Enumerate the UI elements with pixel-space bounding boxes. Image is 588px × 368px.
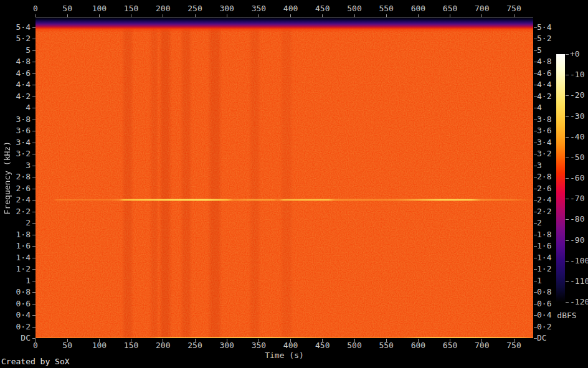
time-tick-label-top: 50: [55, 4, 80, 13]
freq-tick-left: [32, 177, 36, 177]
freq-tick-label-right: 3·6: [537, 126, 566, 135]
db-tick-label: -60: [570, 174, 588, 182]
time-tick-label-top: 0: [23, 4, 48, 13]
freq-tick-left: [32, 73, 36, 74]
time-tick-label-bottom: 0: [23, 341, 48, 350]
freq-tick-label-right: 4·8: [537, 57, 566, 66]
time-tick-label-top: 250: [183, 4, 207, 13]
time-tick-label-top: 450: [310, 4, 335, 13]
db-tick-label: -80: [570, 215, 588, 224]
freq-tick-label-right: 4·6: [537, 69, 566, 78]
time-tick-label-top: 100: [87, 4, 111, 13]
freq-tick-label-left: 4·2: [1, 92, 31, 101]
created-by-sox-label: Created by SoX: [1, 357, 70, 366]
time-tick-top: [290, 14, 291, 17]
freq-tick-label-right: 1·6: [537, 242, 566, 250]
freq-tick-label-right: 1·8: [537, 230, 566, 239]
time-tick-label-bottom: 650: [438, 341, 463, 350]
time-tick-label-bottom: 700: [470, 341, 495, 350]
time-tick-top: [514, 14, 514, 17]
db-tick: [566, 137, 569, 138]
db-tick: [566, 199, 569, 199]
freq-tick-label-left: 2·2: [1, 207, 31, 216]
freq-tick-left: [32, 212, 36, 212]
sox-spectrogram-window: Frequency (kHz) Time (s) dBFS Created by…: [0, 0, 588, 368]
freq-tick-left: [32, 189, 36, 189]
time-tick-top: [322, 14, 323, 17]
db-tick-label: -30: [570, 112, 588, 121]
db-tick: [566, 116, 569, 117]
freq-tick-left: [32, 50, 36, 51]
freq-tick-label-left: 4: [1, 103, 31, 112]
db-tick: [566, 75, 569, 75]
db-tick-label: -90: [570, 236, 588, 245]
freq-tick-left: [32, 292, 36, 293]
freq-tick-left: [32, 223, 36, 224]
freq-tick-label-left: 3: [1, 161, 31, 170]
time-tick-label-bottom: 300: [214, 341, 239, 350]
freq-tick-label-left: 3·6: [1, 126, 31, 135]
time-tick-label-top: 400: [278, 4, 303, 13]
freq-tick-label-left: 4·6: [1, 69, 31, 78]
time-tick-label-top: 650: [438, 4, 463, 13]
freq-tick-label-left: 3·8: [1, 115, 31, 124]
freq-tick-left: [32, 97, 36, 97]
freq-tick-left: [32, 246, 36, 247]
freq-tick-label-left: 5·4: [1, 23, 31, 32]
freq-tick-left: [32, 108, 36, 108]
time-tick-top: [258, 14, 259, 17]
time-tick-label-top: 700: [470, 4, 495, 13]
db-tick-label: -10: [570, 70, 588, 79]
freq-tick-left: [32, 27, 36, 28]
freq-tick-label-right: 2·4: [537, 196, 566, 204]
freq-tick-label-right: 2·6: [537, 184, 566, 193]
vertical-striations: [36, 17, 533, 338]
freq-tick-label-left: 2·4: [1, 196, 31, 204]
high-frequency-quiet-band: [36, 17, 533, 32]
freq-tick-label-left: 2·8: [1, 172, 31, 181]
db-tick: [566, 281, 569, 282]
time-tick-label-bottom: 500: [342, 341, 367, 350]
db-tick: [566, 219, 569, 220]
time-tick-label-top: 750: [501, 4, 526, 13]
freq-tick-label-right: 1·4: [537, 253, 566, 262]
freq-tick-label-left: 2·6: [1, 184, 31, 193]
db-tick-label: -120: [570, 298, 588, 306]
time-tick-top: [67, 14, 68, 17]
db-tick: [566, 261, 569, 262]
time-tick-label-top: 600: [405, 4, 430, 13]
freq-tick-label-right: 0·6: [537, 300, 566, 308]
freq-tick-left: [32, 154, 36, 154]
time-tick-label-top: 500: [342, 4, 367, 13]
time-tick-label-top: 300: [214, 4, 239, 13]
freq-tick-label-left: 4·8: [1, 57, 31, 66]
time-tick-label-bottom: 250: [183, 341, 207, 350]
freq-tick-label-right: 3·4: [537, 138, 566, 147]
freq-tick-label-left: 0·8: [1, 288, 31, 296]
freq-tick-label-left: 3·4: [1, 138, 31, 147]
freq-tick-left: [32, 338, 36, 339]
time-tick-label-bottom: 150: [119, 341, 144, 350]
db-tick: [566, 95, 569, 96]
db-tick: [566, 158, 569, 158]
freq-tick-left: [32, 304, 36, 304]
freq-tick-label-right: 4·4: [537, 80, 566, 89]
db-tick-label: -40: [570, 133, 588, 141]
db-tick-label: -20: [570, 91, 588, 100]
time-tick-label-top: 200: [151, 4, 176, 13]
freq-tick-left: [32, 281, 36, 281]
time-tick-label-bottom: 450: [310, 341, 335, 350]
freq-tick-label-right: 4: [537, 103, 566, 112]
freq-tick-label-left: 1·2: [1, 265, 31, 273]
freq-tick-label-left: 0·4: [1, 311, 31, 319]
freq-tick-label-right: 2·2: [537, 207, 566, 216]
freq-tick-label-right: 5·4: [537, 23, 566, 32]
freq-tick-label-right: 0·2: [537, 323, 566, 331]
freq-tick-label-left: 1·4: [1, 253, 31, 262]
time-tick-top: [450, 14, 450, 17]
spectrogram-plot-area: [36, 17, 533, 338]
freq-tick-left: [32, 85, 36, 85]
time-tick-top: [36, 14, 36, 17]
freq-tick-left: [32, 200, 36, 201]
x-axis-title: Time (s): [36, 351, 533, 360]
